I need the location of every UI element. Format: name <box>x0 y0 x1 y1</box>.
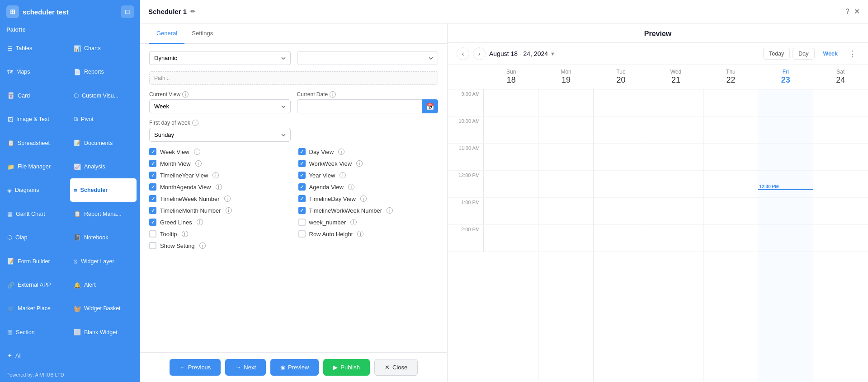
cell-tue-2[interactable] <box>594 225 648 252</box>
cell-tue-11[interactable] <box>594 144 648 171</box>
timeline-workweek-number-checkbox[interactable] <box>298 207 306 214</box>
cell-thu-11[interactable] <box>703 144 758 171</box>
timeline-year-view-checkbox[interactable] <box>149 172 156 179</box>
cell-mon-1[interactable] <box>538 198 593 225</box>
sidebar-item-alert[interactable]: 🔔 Alert <box>70 273 137 297</box>
cell-thu-12[interactable] <box>703 171 758 198</box>
year-view-checkbox[interactable] <box>298 172 306 179</box>
cell-thu-1[interactable] <box>703 198 758 225</box>
day-col-thu[interactable] <box>703 89 758 382</box>
month-agenda-view-checkbox[interactable] <box>149 183 156 191</box>
date-range-display[interactable]: August 18 - 24, 2024 ▼ <box>489 50 555 57</box>
cell-tue-10[interactable] <box>594 116 648 144</box>
cell-mon-11[interactable] <box>538 144 593 171</box>
cell-sat-2[interactable] <box>813 225 868 252</box>
row-auto-height-checkbox[interactable] <box>298 230 306 238</box>
sidebar-item-section[interactable]: ▦ Section <box>4 321 70 344</box>
sidebar-item-charts[interactable]: 📊 Charts <box>70 37 137 60</box>
cell-tue-9[interactable] <box>594 89 648 116</box>
sidebar-item-report-manager[interactable]: 📋 Report Mana... <box>70 202 137 225</box>
tab-general[interactable]: General <box>149 23 184 44</box>
calendar-picker-button[interactable]: 📅 <box>422 99 438 113</box>
sidebar-item-scheduler[interactable]: ≡ Scheduler <box>70 178 137 202</box>
sidebar-item-reports[interactable]: 📄 Reports <box>70 60 137 84</box>
day-col-tue[interactable] <box>594 89 648 382</box>
prev-week-button[interactable]: ‹ <box>457 47 469 60</box>
day-col-mon[interactable] <box>538 89 593 382</box>
cell-sat-9[interactable] <box>813 89 868 116</box>
next-week-button[interactable]: › <box>473 47 486 60</box>
second-dropdown[interactable] <box>297 51 439 65</box>
more-options-button[interactable]: ⋮ <box>846 47 859 60</box>
agenda-view-checkbox[interactable] <box>298 183 306 191</box>
cell-thu-10[interactable] <box>703 116 758 144</box>
cell-wed-2[interactable] <box>648 225 703 252</box>
cell-wed-12[interactable] <box>648 171 703 198</box>
sidebar-item-gantt-chart[interactable]: ▦ Gantt Chart <box>4 202 70 225</box>
greed-lines-checkbox[interactable] <box>149 219 156 226</box>
sidebar-item-notebook[interactable]: 📓 Notebook <box>70 226 137 249</box>
show-setting-checkbox[interactable] <box>149 242 156 249</box>
sidebar-item-documents[interactable]: 📝 Documents <box>70 131 137 155</box>
previous-button[interactable]: ← Previous <box>170 359 221 376</box>
sidebar-item-olap[interactable]: ⬡ Olap <box>4 226 70 249</box>
sidebar-item-custom-visu[interactable]: ⬡ Custom Visu... <box>70 84 137 107</box>
sidebar-item-image-text[interactable]: 🖼 Image & Text <box>4 107 70 131</box>
cell-fri-9[interactable] <box>758 89 812 116</box>
current-date-input[interactable] <box>297 99 439 113</box>
sidebar-item-analysis[interactable]: 📈 Analysis <box>70 155 137 178</box>
timeline-day-view-checkbox[interactable] <box>298 195 306 202</box>
cell-sun-12[interactable] <box>484 171 538 198</box>
week-view-button[interactable]: Week <box>817 48 844 60</box>
cell-fri-10[interactable] <box>758 116 812 144</box>
tooltip-checkbox[interactable] <box>149 230 156 238</box>
sidebar-item-widget-layer[interactable]: ⧖ Widget Layer <box>70 249 137 273</box>
cell-mon-10[interactable] <box>538 116 593 144</box>
day-view-checkbox[interactable] <box>298 148 306 155</box>
cell-wed-9[interactable] <box>648 89 703 116</box>
cell-sat-10[interactable] <box>813 116 868 144</box>
cell-thu-9[interactable] <box>703 89 758 116</box>
close-button[interactable]: ✕ Close <box>374 359 418 376</box>
tab-settings[interactable]: Settings <box>184 23 220 44</box>
cell-sat-12[interactable] <box>813 171 868 198</box>
cell-sat-1[interactable] <box>813 198 868 225</box>
cell-mon-2[interactable] <box>538 225 593 252</box>
cell-wed-11[interactable] <box>648 144 703 171</box>
cell-sun-9[interactable] <box>484 89 538 116</box>
week-view-checkbox[interactable] <box>149 148 156 155</box>
cell-fri-1[interactable] <box>758 198 812 225</box>
cell-sat-11[interactable] <box>813 144 868 171</box>
timeline-week-number-checkbox[interactable] <box>149 195 156 202</box>
cell-thu-2[interactable] <box>703 225 758 252</box>
sidebar-collapse-button[interactable]: ⊟ <box>121 5 134 18</box>
today-button[interactable]: Today <box>763 48 790 60</box>
month-view-checkbox[interactable] <box>149 160 156 167</box>
sidebar-item-widget-basket[interactable]: 🧺 Widget Basket <box>70 297 137 320</box>
sidebar-item-card[interactable]: 🃏 Card <box>4 84 70 107</box>
sidebar-item-market-place[interactable]: 🛒 Market Place <box>4 297 70 320</box>
sidebar-item-blank-widget[interactable]: ⬜ Blank Widget <box>70 321 137 344</box>
sidebar-item-diagrams[interactable]: ◈ Diagrams <box>4 178 70 202</box>
sidebar-item-pivot[interactable]: ⧉ Pivot <box>70 107 137 131</box>
sidebar-item-spreadsheet[interactable]: 📋 Spreadsheet <box>4 131 70 155</box>
cell-wed-1[interactable] <box>648 198 703 225</box>
day-col-sun[interactable] <box>484 89 538 382</box>
cell-tue-12[interactable] <box>594 171 648 198</box>
cell-sun-10[interactable] <box>484 116 538 144</box>
workweek-view-checkbox[interactable] <box>298 160 306 167</box>
edit-icon[interactable]: ✏ <box>190 8 195 15</box>
first-day-select[interactable]: Sunday <box>149 128 291 142</box>
cell-fri-2[interactable] <box>758 225 812 252</box>
current-view-select[interactable]: Week <box>149 99 291 113</box>
sidebar-item-external-app[interactable]: 🔗 External APP <box>4 273 70 297</box>
next-button[interactable]: → Next <box>225 359 266 376</box>
day-col-fri[interactable]: 12:30 PM <box>758 89 813 382</box>
close-icon[interactable]: ✕ <box>854 7 860 16</box>
publish-button[interactable]: ▶ Publish <box>323 359 370 376</box>
dynamic-dropdown[interactable]: Dynamic <box>149 51 291 65</box>
sidebar-item-ai[interactable]: ✦ AI <box>4 344 70 368</box>
cell-sun-1[interactable] <box>484 198 538 225</box>
sidebar-item-form-builder[interactable]: 📝 Form Builder <box>4 249 70 273</box>
day-col-wed[interactable] <box>648 89 703 382</box>
